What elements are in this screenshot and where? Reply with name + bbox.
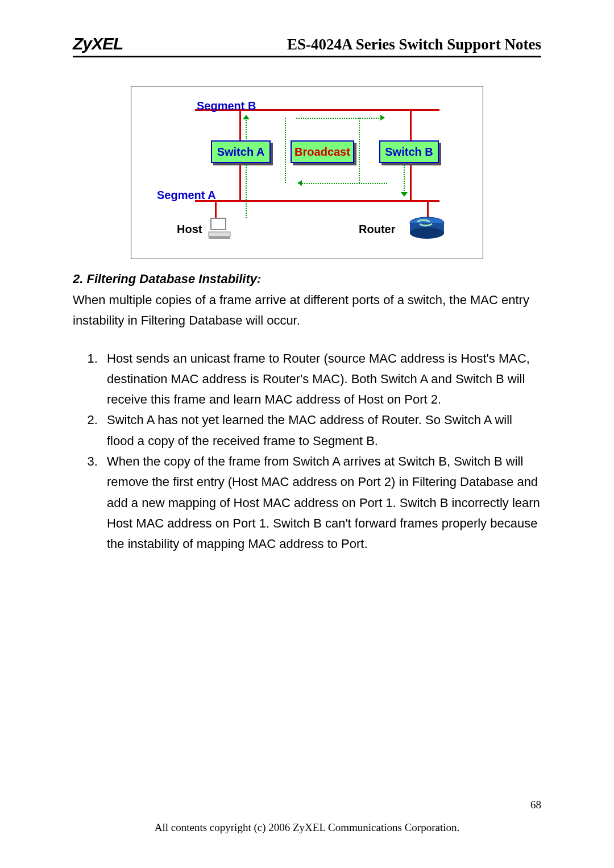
router-label: Router xyxy=(359,223,395,236)
steps-list: Host sends an unicast frame to Router (s… xyxy=(73,348,541,555)
doc-title: ES-4024A Series Switch Support Notes xyxy=(287,36,541,53)
arrowhead-left-icon xyxy=(297,180,302,186)
copyright-text: All contents copyright (c) 2006 ZyXEL Co… xyxy=(155,821,459,833)
list-item: Host sends an unicast frame to Router (s… xyxy=(101,348,541,410)
section-intro: When multiple copies of a frame arrive a… xyxy=(73,290,541,331)
switch-a-box: Switch A xyxy=(211,140,271,163)
dotted-arrow xyxy=(404,165,405,193)
broadcast-box: Broadcast xyxy=(291,140,354,163)
svg-point-5 xyxy=(410,227,444,239)
page-footer: 68 All contents copyright (c) 2006 ZyXEL… xyxy=(73,821,541,834)
dotted-line xyxy=(285,118,286,183)
figure-container: Switch A Broadcast Switch B Segment B Se… xyxy=(73,86,541,259)
arrowhead-right-icon xyxy=(380,115,385,121)
svg-rect-2 xyxy=(209,236,230,239)
list-item: Switch A has not yet learned the MAC add… xyxy=(101,410,541,451)
page-number: 68 xyxy=(530,799,541,811)
svg-rect-0 xyxy=(211,218,226,230)
section-heading: 2. Filtering Database Instability: xyxy=(73,272,541,286)
arrowhead-up-icon xyxy=(243,115,250,119)
page-header: ZyXEL ES-4024A Series Switch Support Not… xyxy=(73,34,541,57)
list-item: When the copy of the frame from Switch A… xyxy=(101,451,541,554)
dotted-line xyxy=(359,118,360,183)
segment-a-label: Segment A xyxy=(157,189,216,202)
arrowhead-down-icon xyxy=(401,192,408,197)
host-label: Host xyxy=(177,223,202,236)
dotted-arrow xyxy=(246,118,247,139)
dotted-arrow xyxy=(302,183,387,184)
brand-logo: ZyXEL xyxy=(73,34,123,53)
dotted-arrow xyxy=(296,118,381,119)
network-diagram: Switch A Broadcast Switch B Segment B Se… xyxy=(131,86,483,259)
svg-rect-1 xyxy=(209,232,230,236)
computer-icon xyxy=(208,217,233,242)
segment-b-label: Segment B xyxy=(197,99,256,113)
switch-b-box: Switch B xyxy=(379,140,439,163)
router-icon xyxy=(407,216,447,241)
dotted-arrow xyxy=(246,165,247,218)
